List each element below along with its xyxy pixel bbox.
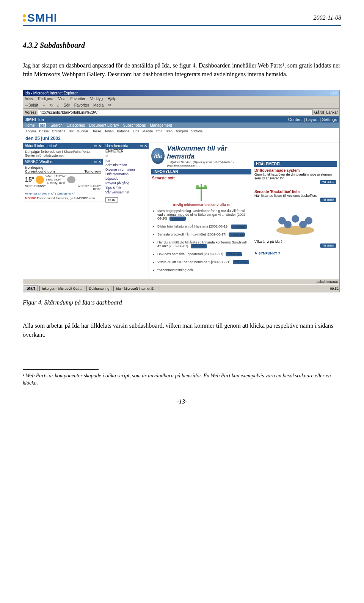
- system-tray-clock: 09:52: [330, 287, 339, 291]
- weather-temp: 15°: [25, 176, 34, 183]
- webpart-aktuell-body: Det pågår förberedelser i SharePoint Por…: [23, 149, 103, 159]
- name-link[interactable]: Rolf: [156, 129, 162, 133]
- search-button[interactable]: Sök: [64, 103, 70, 107]
- go-button[interactable]: Gå till: [314, 110, 324, 115]
- address-bar[interactable]: Adress http://scantic/Ida/Portal/Lina%20…: [23, 109, 339, 116]
- windows-taskbar[interactable]: Start Inkorgen - Microsoft Outl... Dokha…: [23, 284, 339, 292]
- name-link[interactable]: Angela: [25, 129, 36, 133]
- window-titlebar: Ida - Microsoft Internet Explorer _ ▢ ✕: [23, 90, 339, 96]
- menu-arkiv[interactable]: Arkiv: [25, 97, 33, 101]
- tab-subscriptions[interactable]: Subscriptions: [123, 123, 146, 127]
- webpart-controls-icon[interactable]: ▭ ✕: [140, 144, 147, 148]
- weather-city: Norrkoping: [25, 166, 101, 170]
- news-item: Bilder från fisketuren på Harstena [2002…: [157, 225, 251, 229]
- mid-item[interactable]: Diverse information: [103, 167, 149, 172]
- mid-item[interactable]: Driftinformation: [103, 172, 149, 176]
- drift-title: Driftöverlämnade system: [254, 168, 336, 173]
- news-list: Ida:s begreppskatalog. Underlättar för d…: [152, 209, 251, 272]
- mid-item[interactable]: Id: [103, 154, 149, 158]
- media-button[interactable]: Media: [93, 103, 104, 107]
- browser-menubar[interactable]: Arkiv Redigera Visa Favoriter Verktyg Hj…: [23, 96, 339, 102]
- menu-hjalp[interactable]: Hjälp: [108, 97, 116, 101]
- window-controls[interactable]: _ ▢ ✕: [327, 91, 338, 95]
- sok-button[interactable]: SÖK: [105, 197, 118, 203]
- browser-statusbar: Lokalt intranät: [23, 279, 339, 284]
- till-sidan-button[interactable]: Till sidan: [229, 232, 245, 237]
- name-link[interactable]: Sten: [165, 129, 173, 133]
- name-link[interactable]: Hasse: [91, 129, 101, 133]
- name-link[interactable]: Christina: [52, 129, 66, 133]
- name-link[interactable]: Torbjörn: [176, 129, 188, 133]
- till-sidan-button[interactable]: Till sidan: [231, 225, 247, 229]
- menu-redigera[interactable]: Redigera: [38, 97, 53, 101]
- forward-button[interactable]: →: [42, 103, 46, 107]
- taskbar-item[interactable]: Dokhantering: [86, 286, 112, 291]
- name-link[interactable]: Madde: [143, 129, 153, 133]
- menu-favoriter[interactable]: Favoriter: [70, 97, 85, 101]
- backoffice-title: Senaste 'Backoffice' lista: [254, 190, 336, 194]
- page-number: -13-: [23, 398, 341, 405]
- weather-units-link[interactable]: All temps shows in C° | Change to F°: [25, 192, 101, 195]
- tab-management[interactable]: Management: [150, 123, 172, 127]
- tab-categories[interactable]: Categories: [67, 123, 85, 127]
- name-link[interactable]: GP: [69, 129, 74, 133]
- news-item: DokIda:s hemsida uppdaterad [2002-05-27]…: [157, 252, 251, 256]
- name-link[interactable]: Lina: [133, 129, 139, 133]
- till-sidan-button[interactable]: Till sidan: [226, 252, 242, 256]
- mid-enheter: ENHETER: [103, 149, 149, 154]
- portal-tabs[interactable]: Home Ida Search Categories Document Libr…: [23, 122, 339, 128]
- paragraph-1: Jag har skapat en dashboard anpassad för…: [23, 61, 341, 79]
- mail-button[interactable]: ✉: [108, 103, 111, 107]
- mid-item[interactable]: Tips & Trix: [103, 185, 149, 190]
- webpart-controls-icon[interactable]: ▭ ✕: [94, 160, 101, 164]
- infohyllan-header: INFOHYLLAN: [151, 169, 251, 174]
- midsommar-text: Trevlig midsommar önskar vi alla !!!: [152, 203, 251, 207]
- tab-ida[interactable]: Ida: [39, 123, 46, 127]
- taskbar-item[interactable]: Inkorgen - Microsoft Outl...: [39, 286, 85, 291]
- mid-item[interactable]: Administration: [103, 163, 149, 167]
- till-sidan-button[interactable]: Till sidan: [191, 244, 207, 248]
- name-link[interactable]: Katarina: [117, 129, 130, 133]
- mid-item[interactable]: Löpsedel: [103, 176, 149, 181]
- user-names-row[interactable]: Angela Bosse Christina GP Gunnar Hasse J…: [23, 128, 339, 134]
- tab-home[interactable]: Home: [25, 123, 35, 127]
- menu-verktyg[interactable]: Verktyg: [90, 97, 103, 101]
- svg-point-4: [276, 226, 314, 235]
- tab-doclib[interactable]: Document Library: [89, 123, 119, 127]
- menu-visa[interactable]: Visa: [58, 97, 65, 101]
- address-input[interactable]: http://scantic/Ida/Portal/Lina%20A/: [38, 110, 313, 115]
- mid-item[interactable]: Projekt på gång: [103, 181, 149, 185]
- weather-extended-link[interactable]: MSNBC For extended forecasts, go to MSNB…: [25, 196, 101, 200]
- mid-item[interactable]: Ida: [103, 158, 149, 163]
- weather-tomorrow-label: Tomorrow: [85, 170, 101, 173]
- start-button[interactable]: Start: [24, 286, 38, 291]
- name-link[interactable]: Gunnar: [77, 129, 88, 133]
- section-heading: 4.3.2 Subdashboard: [23, 41, 341, 50]
- till-sidan-button[interactable]: Till sidan: [233, 260, 249, 264]
- mid-item[interactable]: Vår verksamhet: [103, 190, 149, 195]
- portal-title: Ida: [38, 117, 44, 122]
- till-sidan-button[interactable]: Till sidan: [169, 217, 186, 221]
- name-link[interactable]: Johan: [104, 129, 114, 133]
- refresh-button[interactable]: ⟳: [50, 103, 53, 107]
- till-sidan-button[interactable]: Till sidan: [320, 243, 336, 248]
- till-sidan-button[interactable]: Till sidan: [320, 180, 336, 184]
- portal-actions[interactable]: Content | Layout | Settings: [288, 117, 337, 122]
- webpart-controls-icon[interactable]: ▭ ✕: [94, 144, 101, 148]
- news-item: Ida:s begreppskatalog. Underlättar för d…: [157, 209, 251, 221]
- screenshot-figure: Ida - Microsoft Internet Explorer _ ▢ ✕ …: [23, 90, 340, 292]
- welcome-title: Välkommen till vår hemsida: [167, 144, 251, 160]
- taskbar-item[interactable]: Ida - Microsoft Internet E...: [113, 286, 159, 291]
- name-link[interactable]: Viktoria: [191, 129, 202, 133]
- synpunkt-link[interactable]: ✎ SYNPUNKT ?: [254, 250, 336, 255]
- tab-search[interactable]: Search: [50, 123, 63, 127]
- favorites-button[interactable]: Favoriter: [74, 103, 89, 107]
- home-button[interactable]: ⌂: [57, 103, 60, 107]
- till-sidan-button[interactable]: Till sidan: [320, 198, 336, 202]
- links-button[interactable]: Länkar: [326, 110, 338, 115]
- footnote: ¹ Web Parts är komponenter skapade i oli…: [23, 372, 341, 387]
- back-button[interactable]: ←Bakåt: [25, 103, 38, 107]
- name-link[interactable]: Bosse: [39, 129, 49, 133]
- svg-rect-0: [201, 184, 202, 201]
- browser-toolbar[interactable]: ←Bakåt → ⟳ ⌂ Sök Favoriter Media ✉: [23, 102, 339, 109]
